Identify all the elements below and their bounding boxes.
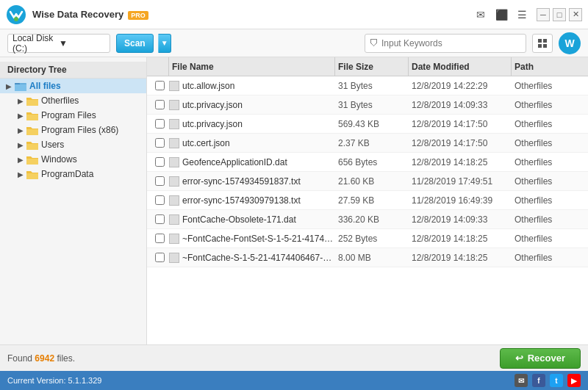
sidebar-item-programfilesx86[interactable]: ▶ Program Files (x86) — [0, 123, 146, 137]
app-logo — [6, 4, 26, 25]
file-date: 12/8/2019 14:22:29 — [409, 81, 512, 91]
row-checkbox[interactable] — [150, 138, 169, 148]
table-row[interactable]: FontCache-Obsolete-171.dat 336.20 KB 12/… — [147, 210, 588, 229]
file-checkbox-input[interactable] — [155, 100, 165, 109]
file-name-cell: GeofenceApplicationID.dat — [169, 157, 335, 167]
file-checkbox-input[interactable] — [155, 119, 165, 129]
tree-arrow-programdata: ▶ — [18, 170, 26, 178]
folder-icon-programdata — [26, 169, 38, 179]
found-text: Found 6942 files. — [7, 353, 75, 364]
tree-arrow: ▶ — [6, 82, 15, 90]
filter-icon: ⛉ — [370, 38, 379, 48]
sidebar-item-programfiles[interactable]: ▶ Program Files — [0, 108, 146, 123]
app-title: Wise Data RecoveryPRO — [32, 9, 475, 20]
col-header-filename[interactable]: File Name — [169, 57, 335, 76]
sidebar-item-programdata[interactable]: ▶ ProgramData — [0, 167, 146, 181]
facebook-icon[interactable]: f — [532, 374, 545, 387]
file-checkbox-input[interactable] — [155, 214, 165, 224]
row-checkbox[interactable] — [150, 214, 169, 224]
title-bar: Wise Data RecoveryPRO ✉ ⬛ ☰ ─ □ ✕ — [0, 0, 588, 29]
recover-icon: ↩ — [515, 353, 523, 364]
sidebar-item-windows[interactable]: ▶ Windows — [0, 152, 146, 167]
table-row[interactable]: GeofenceApplicationID.dat 656 Bytes 12/8… — [147, 153, 588, 172]
file-path: Otherfiles — [512, 81, 585, 91]
scan-dropdown-button[interactable]: ▼ — [158, 34, 171, 53]
row-checkbox[interactable] — [150, 176, 169, 186]
sidebar-item-users[interactable]: ▶ Users — [0, 137, 146, 152]
close-button[interactable]: ✕ — [569, 8, 582, 21]
folder-icon-windows — [26, 154, 38, 165]
file-checkbox-input[interactable] — [155, 234, 165, 243]
maximize-button[interactable]: □ — [553, 8, 566, 21]
sidebar-item-otherfiles[interactable]: ▶ Otherfiles — [0, 93, 146, 108]
window-controls: ─ □ ✕ — [537, 8, 582, 21]
file-date: 12/8/2019 14:18:25 — [409, 234, 512, 244]
file-checkbox-input[interactable] — [155, 176, 165, 186]
file-checkbox-input[interactable] — [155, 81, 165, 90]
row-checkbox[interactable] — [150, 195, 169, 205]
row-checkbox[interactable] — [150, 81, 169, 90]
email-icon[interactable]: ✉ — [514, 374, 528, 387]
col-header-datemodified[interactable]: Date Modified — [409, 57, 512, 76]
file-checkbox-input[interactable] — [155, 195, 165, 205]
col-header-filesize[interactable]: File Size — [335, 57, 409, 76]
table-row[interactable]: ~FontCache-S-1-5-21-4174406467-338816185… — [147, 248, 588, 267]
row-checkbox[interactable] — [150, 100, 169, 109]
file-name: error-sync-1574930979138.txt — [182, 195, 301, 206]
file-type-icon — [169, 176, 179, 187]
scan-button[interactable]: Scan — [116, 34, 154, 53]
sidebar-item-label-programfilesx86: Program Files (x86) — [41, 125, 118, 135]
table-row[interactable]: utc.cert.json 2.37 KB 12/8/2019 14:17:50… — [147, 134, 588, 153]
file-name: utc.allow.json — [182, 81, 234, 91]
col-header-path[interactable]: Path — [512, 57, 585, 76]
file-path: Otherfiles — [512, 176, 585, 187]
search-container: ⛉ — [365, 34, 526, 53]
table-row[interactable]: ~FontCache-FontSet-S-1-5-21-4174406467-3… — [147, 229, 588, 248]
file-name: ~FontCache-FontSet-S-1-5-21-4174406467-3… — [182, 234, 335, 244]
user-avatar[interactable]: W — [559, 32, 581, 54]
recover-label: Recover — [528, 353, 565, 364]
file-size: 31 Bytes — [335, 81, 409, 91]
twitter-icon[interactable]: t — [550, 374, 563, 387]
row-checkbox[interactable] — [150, 157, 169, 167]
file-type-icon — [169, 253, 179, 263]
col-header-checkbox — [150, 57, 169, 76]
file-type-icon — [169, 81, 179, 91]
table-row[interactable]: error-sync-1574930979138.txt 27.59 KB 11… — [147, 191, 588, 210]
file-name-cell: ~FontCache-FontSet-S-1-5-21-4174406467-3… — [169, 234, 335, 244]
row-checkbox[interactable] — [150, 234, 169, 243]
folder-icon-allfiles — [15, 81, 26, 91]
file-date: 12/8/2019 14:18:25 — [409, 253, 512, 263]
menu-icon[interactable]: ☰ — [516, 9, 528, 21]
file-type-icon — [169, 195, 179, 206]
file-checkbox-input[interactable] — [155, 253, 165, 262]
file-checkbox-input[interactable] — [155, 138, 165, 148]
folder-icon-programfilesx86 — [26, 125, 38, 135]
table-row[interactable]: utc.allow.json 31 Bytes 12/8/2019 14:22:… — [147, 76, 588, 95]
table-row[interactable]: utc.privacy.json 569.43 KB 12/8/2019 14:… — [147, 115, 588, 134]
search-input[interactable] — [381, 38, 521, 48]
row-checkbox[interactable] — [150, 119, 169, 129]
svg-rect-4 — [538, 44, 542, 48]
table-row[interactable]: error-sync-1574934591837.txt 21.60 KB 11… — [147, 172, 588, 191]
drive-selector[interactable]: Local Disk (C:) ▼ — [7, 34, 110, 53]
file-size: 31 Bytes — [335, 100, 409, 110]
file-list: utc.allow.json 31 Bytes 12/8/2019 14:22:… — [147, 76, 588, 344]
message-icon[interactable]: ✉ — [475, 9, 487, 21]
file-date: 11/28/2019 16:49:39 — [409, 195, 512, 206]
sidebar-item-label-users: Users — [41, 140, 64, 150]
file-path: Otherfiles — [512, 253, 585, 263]
recover-button[interactable]: ↩ Recover — [500, 348, 581, 369]
title-icon-group: ✉ ⬛ ☰ — [475, 9, 528, 21]
tree-arrow-users: ▶ — [18, 141, 26, 149]
file-date: 12/8/2019 14:17:50 — [409, 119, 512, 129]
file-checkbox-input[interactable] — [155, 157, 165, 167]
youtube-icon[interactable]: ▶ — [567, 374, 581, 387]
table-row[interactable]: utc.privacy.json 31 Bytes 12/8/2019 14:0… — [147, 95, 588, 115]
row-checkbox[interactable] — [150, 253, 169, 262]
chat-icon[interactable]: ⬛ — [495, 9, 507, 21]
view-toggle-button[interactable] — [532, 34, 553, 53]
sidebar-item-allfiles[interactable]: ▶ All files — [0, 79, 146, 93]
file-name-cell: error-sync-1574934591837.txt — [169, 176, 335, 187]
minimize-button[interactable]: ─ — [537, 8, 550, 21]
